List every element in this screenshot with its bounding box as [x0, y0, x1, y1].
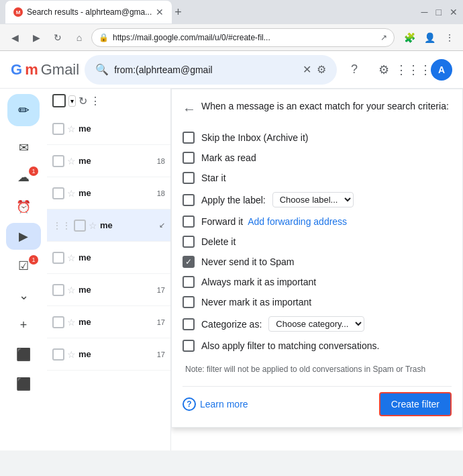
learn-more-button[interactable]: ? Learn more — [183, 397, 248, 411]
star-checkbox[interactable] — [183, 172, 195, 184]
email-star[interactable]: ☆ — [67, 349, 76, 360]
forward-label: Forward it Add forwarding address — [201, 216, 347, 227]
maximize-button[interactable]: □ — [436, 7, 442, 17]
settings-button[interactable]: ⚙ — [372, 58, 396, 82]
email-item[interactable]: ☆ me 17 — [47, 338, 170, 371]
email-checkbox[interactable] — [52, 316, 64, 328]
back-button[interactable]: ◀ — [5, 28, 24, 47]
forward-checkbox[interactable] — [183, 216, 195, 228]
extensions-icon[interactable]: 🧩 — [401, 30, 417, 46]
browser-tab[interactable]: M Search results - alphrteam@gma... ✕ — [5, 1, 172, 23]
email-checkbox[interactable] — [52, 348, 64, 361]
sidebar-item-video[interactable]: ▶ — [6, 223, 41, 250]
email-checkbox[interactable] — [52, 123, 64, 135]
email-icon: ↙ — [159, 221, 165, 230]
home-button[interactable]: ⌂ — [70, 28, 89, 47]
sidebar-item-chat[interactable]: ☁ 1 — [6, 164, 41, 191]
also-apply-checkbox[interactable] — [183, 340, 195, 352]
search-clear-button[interactable]: ✕ — [303, 63, 311, 76]
email-list-header: ▾ ↻ ⋮ — [47, 89, 170, 113]
compose-button[interactable]: ✏ — [7, 94, 40, 126]
email-checkbox[interactable] — [74, 220, 86, 232]
email-sender: me — [79, 124, 165, 134]
sidebar-item-add[interactable]: + — [6, 312, 41, 338]
never-spam-checkbox[interactable] — [183, 256, 195, 268]
apply-label-select[interactable]: Choose label... — [272, 192, 354, 207]
email-sender: me — [79, 188, 154, 198]
email-sender: me — [79, 252, 165, 263]
apply-label-checkbox[interactable] — [183, 194, 195, 206]
gmail-search-bar[interactable]: 🔍 from:(alphrteam@gmail ✕ ⚙ — [85, 55, 337, 85]
sidebar-item-more[interactable]: ⌄ — [6, 282, 41, 309]
email-item[interactable]: ☆ me 17 — [47, 306, 170, 338]
email-item[interactable]: ☆ me 18 — [47, 177, 170, 209]
email-star[interactable]: ☆ — [67, 188, 76, 199]
apps-button[interactable]: ⋮⋮⋮ — [401, 58, 425, 82]
refresh-list-button[interactable]: ↻ — [79, 95, 87, 107]
search-filter-button[interactable]: ⚙ — [317, 63, 326, 76]
menu-icon[interactable]: ⋮ — [442, 30, 458, 46]
email-star[interactable]: ☆ — [67, 156, 76, 166]
email-star[interactable]: ☆ — [67, 285, 76, 295]
email-list: ▾ ↻ ⋮ ☆ me ☆ me 18 ☆ me 18 — [47, 89, 171, 450]
select-all-checkbox[interactable] — [52, 94, 66, 107]
back-button[interactable]: ← — [183, 101, 196, 117]
forward-button[interactable]: ▶ — [27, 28, 46, 47]
email-star[interactable]: ☆ — [67, 124, 76, 134]
email-date: 17 — [157, 286, 165, 294]
sidebar-item-clock[interactable]: ⏰ — [6, 193, 41, 220]
email-checkbox[interactable] — [52, 284, 64, 296]
email-sender: me — [79, 156, 154, 166]
always-important-checkbox[interactable] — [183, 276, 195, 288]
help-button[interactable]: ? — [342, 58, 366, 82]
sidebar-item-tasks[interactable]: ☑ 1 — [6, 252, 41, 279]
also-apply-label: Also apply filter to matching conversati… — [201, 340, 379, 351]
close-button[interactable]: ✕ — [450, 7, 458, 17]
minimize-button[interactable]: ─ — [421, 7, 428, 17]
profile-icon[interactable]: 👤 — [421, 30, 438, 46]
email-star[interactable]: ☆ — [67, 252, 76, 263]
email-checkbox[interactable] — [52, 252, 64, 264]
star-label: Star it — [201, 173, 226, 183]
gmail-header: GmGmail 🔍 from:(alphrteam@gmail ✕ ⚙ ? ⚙ … — [0, 51, 463, 89]
email-checkbox[interactable] — [52, 187, 64, 199]
create-filter-button[interactable]: Create filter — [379, 392, 452, 416]
never-important-checkbox[interactable] — [183, 296, 195, 308]
email-item[interactable]: ☆ me 17 — [47, 274, 170, 306]
sidebar-item-label1[interactable]: ⬛ — [6, 341, 41, 368]
search-input[interactable]: from:(alphrteam@gmail — [114, 64, 297, 75]
email-item[interactable]: ☆ me 18 — [47, 145, 170, 177]
categorize-checkbox[interactable] — [183, 318, 195, 330]
filter-title: When a message is an exact match for you… — [201, 100, 449, 113]
delete-checkbox[interactable] — [183, 236, 195, 248]
filter-option-never-important: Never mark it as important — [183, 292, 452, 312]
categorize-select[interactable]: Choose category... — [268, 316, 364, 332]
sidebar-item-label2[interactable]: ⬛ — [6, 371, 41, 397]
email-star[interactable]: ☆ — [89, 220, 97, 231]
tab-close-button[interactable]: ✕ — [156, 7, 164, 17]
never-spam-label: Never send it to Spam — [201, 256, 295, 267]
url-text: https://mail.google.com/mail/u/0/#create… — [113, 33, 376, 42]
email-star[interactable]: ☆ — [67, 317, 76, 328]
gmail-logo: GmGmail — [11, 61, 79, 79]
tab-title: Search results - alphrteam@gma... — [27, 7, 152, 17]
sidebar-item-mail[interactable]: ✉ — [6, 134, 41, 161]
email-sender: me — [100, 220, 156, 230]
add-forwarding-link[interactable]: Add forwarding address — [248, 216, 347, 227]
refresh-button[interactable]: ↻ — [48, 28, 67, 47]
email-checkbox[interactable] — [52, 155, 64, 167]
url-bar[interactable]: 🔒 https://mail.google.com/mail/u/0/#crea… — [91, 28, 395, 47]
email-item[interactable]: ☆ me — [47, 113, 170, 145]
select-dropdown-icon[interactable]: ▾ — [70, 97, 74, 105]
learn-more-label: Learn more — [200, 399, 248, 410]
email-sender: me — [79, 285, 154, 295]
apply-label-text: Apply the label: — [201, 195, 266, 205]
mark-read-checkbox[interactable] — [183, 152, 195, 164]
list-more-button[interactable]: ⋮ — [90, 95, 101, 107]
filter-dropdown: ← When a message is an exact match for y… — [171, 89, 463, 428]
skip-inbox-checkbox[interactable] — [183, 132, 195, 144]
email-item-highlighted[interactable]: ⋮⋮ ☆ me ↙ — [47, 209, 170, 242]
avatar[interactable]: A — [431, 59, 452, 81]
new-tab-button[interactable]: + — [174, 5, 182, 19]
email-item[interactable]: ☆ me — [47, 242, 170, 274]
